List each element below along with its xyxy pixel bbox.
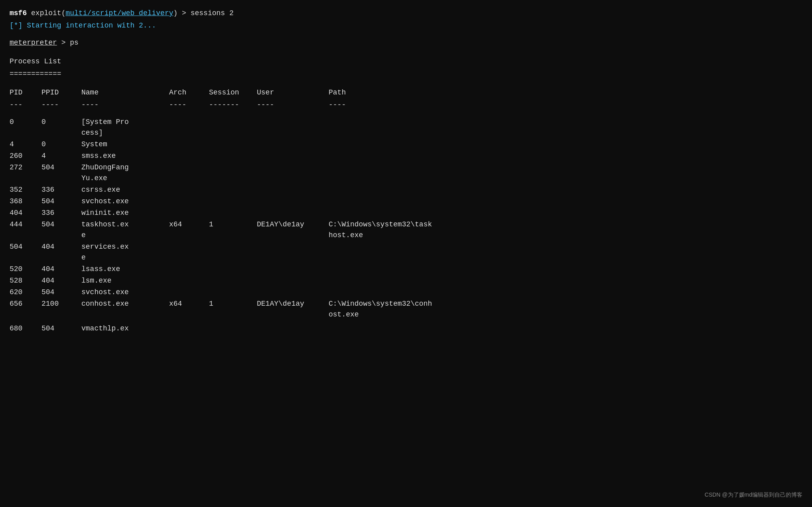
header-path: Path	[329, 87, 802, 98]
user-620	[257, 287, 329, 298]
ppid-352: 336	[41, 185, 81, 195]
terminal-window: msf6 exploit(multi/script/web_delivery) …	[10, 8, 802, 334]
path-504	[329, 242, 802, 263]
name-404: wininit.exe	[81, 208, 169, 218]
ppid-620: 504	[41, 287, 81, 298]
header-ppid: PPID	[41, 87, 81, 98]
separator-line: ============	[10, 69, 802, 79]
header-user: User	[257, 87, 329, 98]
pid-404: 404	[10, 208, 41, 218]
pid-368: 368	[10, 196, 41, 207]
ppid-0: 0	[41, 117, 81, 138]
session-504	[209, 242, 257, 263]
name-680: vmacthlp.ex	[81, 323, 169, 334]
user-272	[257, 162, 329, 184]
path-404	[329, 208, 802, 218]
pid-352: 352	[10, 185, 41, 195]
arch-272	[169, 162, 209, 184]
arch-404	[169, 208, 209, 218]
info-line: [*] Starting interaction with 2...	[10, 20, 802, 31]
table-row: 272 504 ZhuDongFangYu.exe	[10, 162, 802, 184]
path-368	[329, 196, 802, 207]
table-row: 444 504 taskhost.exe x64 1 DE1AY\de1ay C…	[10, 219, 802, 241]
table-row: 260 4 smss.exe	[10, 151, 802, 161]
session-444: 1	[209, 219, 257, 241]
session-620	[209, 287, 257, 298]
session-528	[209, 275, 257, 286]
path-656: C:\Windows\system32\conhost.exe	[329, 299, 802, 320]
process-table: PID PPID Name Arch Session User Path ---…	[10, 87, 802, 334]
path-272	[329, 162, 802, 184]
info-text: [*] Starting interaction with 2...	[10, 22, 156, 29]
path-444: C:\Windows\system32\taskhost.exe	[329, 219, 802, 241]
module-name: multi/script/web_delivery	[65, 9, 173, 17]
ppid-272: 504	[41, 162, 81, 184]
ppid-680: 504	[41, 323, 81, 334]
arch-0	[169, 117, 209, 138]
div-session: -------	[209, 100, 257, 110]
path-520	[329, 264, 802, 275]
name-444: taskhost.exe	[81, 219, 169, 241]
path-4	[329, 139, 802, 150]
session-404	[209, 208, 257, 218]
ppid-444: 504	[41, 219, 81, 241]
div-path: ----	[329, 100, 802, 110]
table-row: 520 404 lsass.exe	[10, 264, 802, 275]
pid-260: 260	[10, 151, 41, 161]
arch-520	[169, 264, 209, 275]
user-404	[257, 208, 329, 218]
msf-prefix: msf6	[10, 9, 27, 17]
user-260	[257, 151, 329, 161]
table-row: 352 336 csrss.exe	[10, 185, 802, 195]
name-260: smss.exe	[81, 151, 169, 161]
table-row: 368 504 svchost.exe	[10, 196, 802, 207]
user-656: DE1AY\de1ay	[257, 299, 329, 320]
session-260	[209, 151, 257, 161]
user-4	[257, 139, 329, 150]
pid-4: 4	[10, 139, 41, 150]
table-row: 4 0 System	[10, 139, 802, 150]
user-680	[257, 323, 329, 334]
user-0	[257, 117, 329, 138]
arch-444: x64	[169, 219, 209, 241]
path-260	[329, 151, 802, 161]
user-504	[257, 242, 329, 263]
name-352: csrss.exe	[81, 185, 169, 195]
prompt-line-1: msf6 exploit(multi/script/web_delivery) …	[10, 8, 802, 19]
exploit-text: exploit(	[31, 9, 65, 17]
table-row: 620 504 svchost.exe	[10, 287, 802, 298]
div-user: ----	[257, 100, 329, 110]
name-4: System	[81, 139, 169, 150]
table-row: 656 2100 conhost.exe x64 1 DE1AY\de1ay C…	[10, 299, 802, 320]
path-0	[329, 117, 802, 138]
pid-520: 520	[10, 264, 41, 275]
ppid-4: 0	[41, 139, 81, 150]
table-divider-row: --- ---- ---- ---- ------- ---- ----	[10, 100, 802, 110]
path-620	[329, 287, 802, 298]
pid-528: 528	[10, 275, 41, 286]
name-504: services.exe	[81, 242, 169, 263]
user-352	[257, 185, 329, 195]
meterpreter-label: meterpreter	[10, 39, 57, 47]
table-row: 404 336 wininit.exe	[10, 208, 802, 218]
ppid-528: 404	[41, 275, 81, 286]
arch-4	[169, 139, 209, 150]
arch-368	[169, 196, 209, 207]
pid-504: 504	[10, 242, 41, 263]
path-352	[329, 185, 802, 195]
table-row: 680 504 vmacthlp.ex	[10, 323, 802, 334]
ppid-368: 504	[41, 196, 81, 207]
ppid-520: 404	[41, 264, 81, 275]
user-528	[257, 275, 329, 286]
arch-352	[169, 185, 209, 195]
table-header-row: PID PPID Name Arch Session User Path	[10, 87, 802, 98]
pid-680: 680	[10, 323, 41, 334]
session-680	[209, 323, 257, 334]
watermark: CSDN @为了媛md编辑器到自己的博客	[705, 491, 802, 499]
pid-620: 620	[10, 287, 41, 298]
ppid-504: 404	[41, 242, 81, 263]
ppid-656: 2100	[41, 299, 81, 320]
header-pid: PID	[10, 87, 41, 98]
user-520	[257, 264, 329, 275]
arch-504	[169, 242, 209, 263]
